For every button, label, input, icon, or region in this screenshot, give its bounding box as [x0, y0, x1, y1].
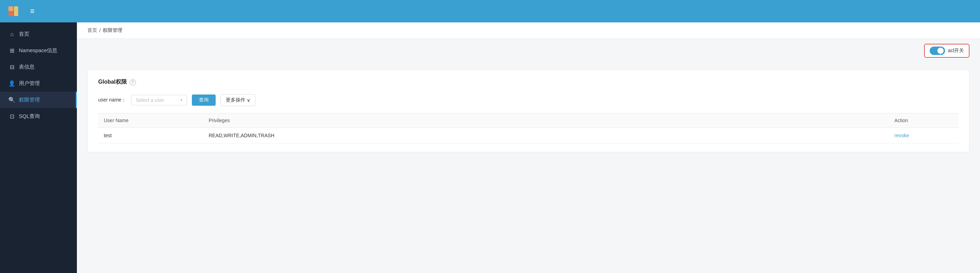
- sidebar-label-home: 首页: [19, 31, 29, 37]
- logo-icon: [7, 5, 19, 18]
- breadcrumb-current: 权限管理: [103, 27, 123, 34]
- table-header-row: User Name Privileges Action: [98, 113, 959, 128]
- table-info-icon: ⊟: [8, 64, 15, 70]
- sidebar-item-home[interactable]: ⌂ 首页: [0, 26, 77, 42]
- global-title-text: Global权限: [98, 78, 127, 86]
- sidebar-toggle-icon[interactable]: ≡: [30, 6, 35, 16]
- user-icon: 👤: [8, 80, 15, 87]
- top-header: ≡: [0, 0, 980, 22]
- cell-action: revoke: [889, 128, 959, 144]
- more-actions-button[interactable]: 更多操作 ∨: [221, 94, 256, 106]
- breadcrumb: 首页 / 权限管理: [77, 22, 980, 39]
- breadcrumb-home[interactable]: 首页: [88, 27, 97, 34]
- content-area: 首页 / 权限管理 acl开关 Global权限 ?: [77, 22, 980, 273]
- help-icon[interactable]: ?: [130, 79, 136, 85]
- page-body: Global权限 ? user name： Select a user ▾ 查询…: [77, 63, 980, 273]
- sidebar-item-acl-management[interactable]: 🔍 权限管理: [0, 92, 77, 108]
- sidebar-item-namespace[interactable]: ⊞ Namespace信息: [0, 42, 77, 59]
- acl-toggle-label: acl开关: [948, 48, 964, 54]
- cell-privileges: READ,WRITE,ADMIN,TRASH: [203, 128, 889, 144]
- breadcrumb-separator: /: [99, 28, 101, 33]
- sidebar-item-user-management[interactable]: 👤 用户管理: [0, 75, 77, 92]
- sql-icon: ⊡: [8, 113, 15, 120]
- table-row: test READ,WRITE,ADMIN,TRASH revoke: [98, 128, 959, 144]
- more-actions-chevron-icon: ∨: [247, 97, 250, 103]
- user-select-dropdown[interactable]: Select a user ▾: [131, 95, 187, 105]
- logo-area: [7, 5, 19, 18]
- more-actions-label: 更多操作: [226, 97, 245, 103]
- table-body: test READ,WRITE,ADMIN,TRASH revoke: [98, 128, 959, 144]
- main-layout: ⌂ 首页 ⊞ Namespace信息 ⊟ 表信息 👤 用户管理 🔍 权限管理 ⊡…: [0, 22, 980, 273]
- toggle-thumb: [937, 48, 943, 54]
- table-header: User Name Privileges Action: [98, 113, 959, 128]
- query-button[interactable]: 查询: [192, 94, 216, 106]
- svg-rect-1: [8, 12, 13, 16]
- sidebar-item-table-info[interactable]: ⊟ 表信息: [0, 59, 77, 75]
- select-placeholder: Select a user: [135, 97, 164, 103]
- col-header-action: Action: [889, 113, 959, 128]
- privileges-table: User Name Privileges Action test READ,WR…: [98, 113, 959, 144]
- col-header-username: User Name: [98, 113, 203, 128]
- toggle-track: [930, 46, 945, 55]
- col-header-privileges: Privileges: [203, 113, 889, 128]
- acl-icon: 🔍: [8, 97, 15, 103]
- filter-row: user name： Select a user ▾ 查询 更多操作 ∨: [98, 94, 959, 106]
- sidebar-item-sql-query[interactable]: ⊡ SQL查询: [0, 108, 77, 125]
- section-card: Global权限 ? user name： Select a user ▾ 查询…: [88, 70, 969, 152]
- svg-rect-0: [8, 6, 13, 11]
- sidebar-label-sql-query: SQL查询: [19, 113, 40, 120]
- acl-toggle-switch[interactable]: [930, 46, 945, 55]
- chevron-down-icon: ▾: [180, 97, 183, 102]
- sidebar: ⌂ 首页 ⊞ Namespace信息 ⊟ 表信息 👤 用户管理 🔍 权限管理 ⊡…: [0, 22, 77, 273]
- acl-toggle-wrapper[interactable]: acl开关: [924, 44, 969, 58]
- sidebar-label-namespace: Namespace信息: [19, 47, 57, 54]
- sidebar-label-table-info: 表信息: [19, 64, 35, 70]
- section-title: Global权限 ?: [98, 78, 959, 86]
- sidebar-label-acl-management: 权限管理: [19, 97, 40, 103]
- revoke-link[interactable]: revoke: [894, 133, 909, 138]
- sidebar-label-user-management: 用户管理: [19, 80, 40, 87]
- filter-label: user name：: [98, 97, 126, 103]
- acl-toggle-bar: acl开关: [77, 39, 980, 63]
- namespace-icon: ⊞: [8, 47, 15, 54]
- cell-username: test: [98, 128, 203, 144]
- svg-rect-2: [14, 6, 18, 16]
- home-icon: ⌂: [8, 31, 15, 37]
